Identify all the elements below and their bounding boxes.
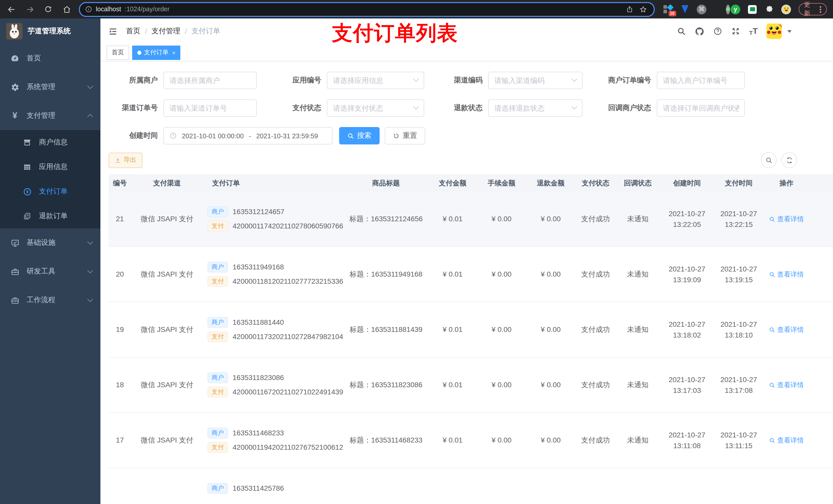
cell-id: 18: [109, 380, 131, 390]
channel-order-no-field[interactable]: [170, 104, 251, 112]
share-icon[interactable]: [624, 4, 635, 14]
pay-status-select-field[interactable]: [333, 104, 418, 112]
merchant-order-no-input[interactable]: [657, 72, 745, 89]
merchant-input-field[interactable]: [170, 76, 251, 85]
sidebar-collapse-icon[interactable]: [108, 26, 118, 36]
sidebar-item-label: 支付订单: [39, 187, 68, 196]
sidebar-item-refund-order[interactable]: 退款订单: [0, 204, 100, 229]
merchant-order-no-field[interactable]: [663, 76, 739, 85]
cell-amount: ¥ 0.01: [428, 435, 477, 446]
channel-code-select-field[interactable]: [494, 76, 576, 85]
view-detail-link[interactable]: 查看详情: [769, 324, 804, 335]
refund-status-select-field[interactable]: [494, 104, 576, 112]
export-button[interactable]: 导出: [109, 152, 142, 168]
pay-badge: 支付: [208, 276, 228, 287]
reload-icon[interactable]: [43, 4, 53, 14]
channel-code-select[interactable]: [488, 72, 582, 89]
view-detail-link[interactable]: 查看详情: [769, 269, 804, 280]
notify-status-select[interactable]: [657, 99, 745, 117]
refresh-table-icon[interactable]: [781, 152, 797, 168]
cell-status: 支付成功: [575, 435, 616, 446]
cell-pay-order: 商户1635311468233 支付4200001194202110276752…: [203, 428, 344, 453]
bookmark-star-icon[interactable]: [638, 4, 648, 14]
sidebar-item-label: 退款订单: [39, 212, 68, 221]
sidebar-item-pay-order[interactable]: ¥ 支付订单: [0, 179, 100, 204]
table-row[interactable]: 18 微信 JSAPI 支付 商户1635311823086 支付4200001…: [109, 358, 833, 413]
back-icon[interactable]: [6, 4, 16, 14]
extension-badge: 10: [668, 11, 676, 16]
sidebar-item-system[interactable]: 系统管理: [0, 73, 100, 101]
avatar-dropdown-caret[interactable]: [787, 30, 791, 32]
sidebar-item-home[interactable]: 首页: [0, 44, 100, 73]
sidebar-item-infra[interactable]: 基础设施: [0, 229, 100, 257]
table-row[interactable]: 商户1635311425786: [109, 468, 833, 504]
url-bar[interactable]: localhost:1024/pay/order: [79, 2, 654, 17]
home-icon[interactable]: [62, 4, 72, 14]
puzzle-extensions-icon[interactable]: [764, 4, 774, 14]
view-detail-link[interactable]: 查看详情: [769, 380, 804, 390]
chevron-down-icon: [87, 239, 93, 245]
info-icon[interactable]: [85, 6, 92, 13]
field-label: 渠道订单号: [109, 103, 163, 113]
screen: localhost:1024/pay/order 10 ⌘ y: [0, 0, 833, 504]
profile-avatar-icon[interactable]: [781, 4, 791, 14]
sidebar-item-devtools[interactable]: 研发工具: [0, 257, 100, 286]
fullscreen-icon[interactable]: [731, 27, 740, 36]
merchant-input[interactable]: [163, 72, 257, 89]
help-icon[interactable]: [713, 27, 722, 36]
kite-extension-icon[interactable]: [680, 4, 690, 14]
merchant-no: 1635311949168: [233, 262, 284, 272]
cell-notify: 未通知: [616, 269, 660, 280]
field-label: 渠道编码: [439, 76, 488, 85]
sidebar-item-label: 支付管理: [27, 111, 55, 120]
pay-no: 4200001173202110272847982104: [233, 331, 343, 342]
notify-status-select-field[interactable]: [663, 104, 739, 112]
recorder-extension-icon[interactable]: [713, 4, 723, 14]
view-detail-link[interactable]: 查看详情: [769, 435, 804, 446]
cell-notify: 未通知: [616, 214, 660, 224]
app-id-select-field[interactable]: [333, 76, 418, 85]
sidebar-item-workflow[interactable]: 工作流程: [0, 286, 100, 314]
user-avatar[interactable]: [766, 24, 782, 39]
table-toolbar: 导出: [109, 152, 833, 168]
font-size-icon[interactable]: TT: [749, 27, 758, 36]
refund-status-select[interactable]: [488, 99, 582, 117]
sidebar-item-payment[interactable]: ¥ 支付管理: [0, 101, 100, 130]
command-extension-icon[interactable]: ⌘: [696, 4, 707, 14]
tag-pay-order[interactable]: 支付订单 ×: [132, 45, 181, 60]
col-title: 商品标题: [344, 177, 428, 188]
app-logo[interactable]: 芋道管理系统: [0, 19, 100, 44]
browser-menu-icon[interactable]: [820, 6, 821, 13]
breadcrumb-pay[interactable]: 支付管理: [152, 27, 180, 36]
table-row[interactable]: 21 微信 JSAPI 支付 商户1635312124657 支付4200001…: [109, 192, 833, 247]
cell-title: 标题：1635311881439: [344, 324, 428, 335]
close-icon[interactable]: ×: [172, 49, 175, 55]
reset-button[interactable]: 重置: [385, 127, 425, 144]
app-id-select[interactable]: [327, 72, 424, 89]
update-button[interactable]: 更新: [799, 3, 827, 15]
github-icon[interactable]: [695, 26, 705, 36]
cell-action: 查看详情: [763, 435, 809, 446]
forward-icon[interactable]: [25, 4, 35, 14]
sidebar-item-app-info[interactable]: 应用信息: [0, 155, 100, 179]
breadcrumb-home[interactable]: 首页: [126, 27, 140, 36]
y-extension-icon[interactable]: y: [730, 4, 740, 14]
tag-home[interactable]: 首页: [106, 45, 129, 60]
view-detail-link[interactable]: 查看详情: [769, 214, 804, 224]
chat-extension-icon[interactable]: [747, 4, 757, 14]
search-icon[interactable]: [677, 27, 686, 36]
merchant-badge: 商户: [208, 428, 228, 438]
cell-channel: 微信 JSAPI 支付: [131, 269, 203, 280]
sidebar-item-merchant-info[interactable]: 商户信息: [0, 130, 100, 155]
channel-order-no-input[interactable]: [163, 99, 257, 117]
table-row[interactable]: 19 微信 JSAPI 支付 商户1635311881440 支付4200001…: [109, 302, 833, 358]
search-button[interactable]: 搜索: [339, 127, 380, 144]
toggle-search-icon[interactable]: [761, 152, 777, 168]
cell-action: 查看详情: [763, 269, 809, 280]
table-row[interactable]: 17 微信 JSAPI 支付 商户1635311468233 支付4200001…: [109, 413, 833, 468]
extension-blocks-icon[interactable]: 10: [663, 4, 673, 14]
filter-merchant: 所属商户: [109, 72, 257, 89]
table-row[interactable]: 20 微信 JSAPI 支付 商户1635311949168 支付4200001…: [109, 247, 833, 302]
date-range-input[interactable]: 2021-10-01 00:00:00 - 2021-10-31 23:59:5…: [163, 127, 332, 144]
pay-status-select[interactable]: [327, 99, 424, 117]
